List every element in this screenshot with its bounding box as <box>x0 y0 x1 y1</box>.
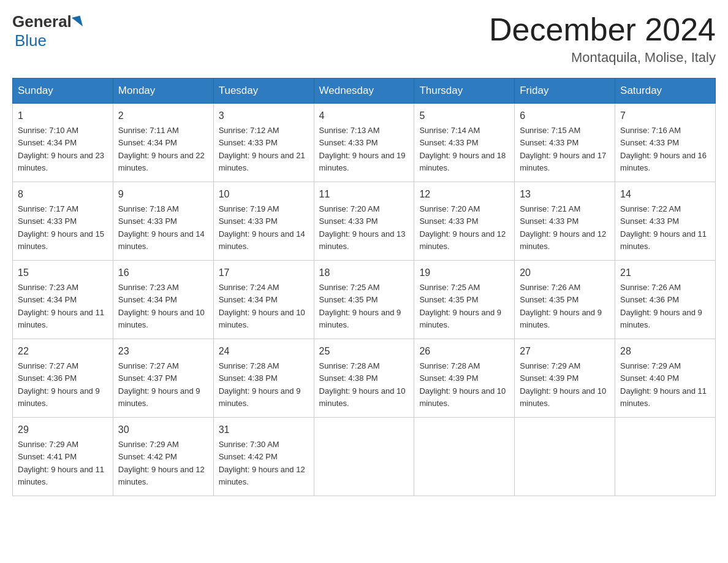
calendar-cell: 27Sunrise: 7:29 AMSunset: 4:39 PMDayligh… <box>515 339 615 418</box>
sunrise-info: Sunrise: 7:29 AM <box>118 440 179 449</box>
sunset-info: Sunset: 4:36 PM <box>18 373 77 383</box>
sunrise-info: Sunrise: 7:16 AM <box>620 126 681 135</box>
day-number: 19 <box>419 266 509 280</box>
daylight-info: Daylight: 9 hours and 12 minutes. <box>118 465 205 486</box>
calendar-cell: 29Sunrise: 7:29 AMSunset: 4:41 PMDayligh… <box>13 418 113 496</box>
daylight-info: Daylight: 9 hours and 10 minutes. <box>219 308 305 329</box>
daylight-info: Daylight: 9 hours and 11 minutes. <box>620 386 707 408</box>
calendar-cell: 13Sunrise: 7:21 AMSunset: 4:33 PMDayligh… <box>515 182 615 261</box>
sunrise-info: Sunrise: 7:25 AM <box>419 283 480 292</box>
daylight-info: Daylight: 9 hours and 14 minutes. <box>118 229 205 251</box>
sunrise-info: Sunrise: 7:27 AM <box>18 361 78 370</box>
sunrise-info: Sunrise: 7:29 AM <box>620 361 681 370</box>
daylight-info: Daylight: 9 hours and 18 minutes. <box>419 151 506 172</box>
daylight-info: Daylight: 9 hours and 22 minutes. <box>118 151 205 172</box>
day-number: 31 <box>219 423 309 437</box>
sunset-info: Sunset: 4:35 PM <box>319 295 378 304</box>
sunset-info: Sunset: 4:35 PM <box>419 295 478 304</box>
sunset-info: Sunset: 4:33 PM <box>520 138 578 147</box>
calendar-cell <box>314 418 414 496</box>
calendar-table: SundayMondayTuesdayWednesdayThursdayFrid… <box>12 78 716 496</box>
calendar-week-row: 29Sunrise: 7:29 AMSunset: 4:41 PMDayligh… <box>13 418 716 496</box>
sunrise-info: Sunrise: 7:15 AM <box>520 126 580 135</box>
calendar-cell: 25Sunrise: 7:28 AMSunset: 4:38 PMDayligh… <box>314 339 414 418</box>
daylight-info: Daylight: 9 hours and 14 minutes. <box>219 229 305 251</box>
weekday-header-friday: Friday <box>515 79 615 104</box>
day-number: 26 <box>419 344 509 359</box>
weekday-header-sunday: Sunday <box>13 79 113 104</box>
calendar-cell: 10Sunrise: 7:19 AMSunset: 4:33 PMDayligh… <box>213 182 314 261</box>
title-area: December 2024 Montaquila, Molise, Italy <box>489 12 716 66</box>
day-number: 4 <box>319 109 409 123</box>
daylight-info: Daylight: 9 hours and 9 minutes. <box>18 386 100 408</box>
day-number: 5 <box>419 109 509 123</box>
sunrise-info: Sunrise: 7:28 AM <box>419 361 480 370</box>
sunset-info: Sunset: 4:39 PM <box>520 373 578 383</box>
calendar-cell: 5Sunrise: 7:14 AMSunset: 4:33 PMDaylight… <box>414 104 515 182</box>
calendar-cell: 16Sunrise: 7:23 AMSunset: 4:34 PMDayligh… <box>113 261 213 339</box>
sunrise-info: Sunrise: 7:21 AM <box>520 204 580 213</box>
calendar-cell: 15Sunrise: 7:23 AMSunset: 4:34 PMDayligh… <box>13 261 113 339</box>
calendar-cell: 18Sunrise: 7:25 AMSunset: 4:35 PMDayligh… <box>314 261 414 339</box>
day-number: 28 <box>620 344 710 359</box>
sunrise-info: Sunrise: 7:11 AM <box>118 126 179 135</box>
sunset-info: Sunset: 4:42 PM <box>219 452 278 461</box>
daylight-info: Daylight: 9 hours and 10 minutes. <box>520 386 606 408</box>
day-number: 21 <box>620 266 710 280</box>
logo: General Blue <box>12 12 83 50</box>
calendar-cell <box>515 418 615 496</box>
day-number: 1 <box>18 109 108 123</box>
sunrise-info: Sunrise: 7:19 AM <box>219 204 279 213</box>
sunset-info: Sunset: 4:33 PM <box>520 216 578 226</box>
sunset-info: Sunset: 4:39 PM <box>419 373 478 383</box>
day-number: 6 <box>520 109 610 123</box>
sunset-info: Sunset: 4:33 PM <box>319 138 378 147</box>
daylight-info: Daylight: 9 hours and 9 minutes. <box>118 386 200 408</box>
day-number: 8 <box>18 187 108 202</box>
daylight-info: Daylight: 9 hours and 15 minutes. <box>18 229 104 251</box>
sunrise-info: Sunrise: 7:20 AM <box>419 204 480 213</box>
logo-general-text: General <box>12 12 72 31</box>
day-number: 25 <box>319 344 409 359</box>
day-number: 24 <box>219 344 309 359</box>
daylight-info: Daylight: 9 hours and 17 minutes. <box>520 151 606 172</box>
sunrise-info: Sunrise: 7:23 AM <box>18 283 78 292</box>
sunset-info: Sunset: 4:33 PM <box>219 138 278 147</box>
calendar-cell: 31Sunrise: 7:30 AMSunset: 4:42 PMDayligh… <box>213 418 314 496</box>
month-year-title: December 2024 <box>489 12 716 47</box>
calendar-week-row: 8Sunrise: 7:17 AMSunset: 4:33 PMDaylight… <box>13 182 716 261</box>
calendar-cell: 1Sunrise: 7:10 AMSunset: 4:34 PMDaylight… <box>13 104 113 182</box>
daylight-info: Daylight: 9 hours and 10 minutes. <box>118 308 205 329</box>
calendar-cell: 9Sunrise: 7:18 AMSunset: 4:33 PMDaylight… <box>113 182 213 261</box>
daylight-info: Daylight: 9 hours and 10 minutes. <box>319 386 406 408</box>
daylight-info: Daylight: 9 hours and 12 minutes. <box>419 229 506 251</box>
sunrise-info: Sunrise: 7:20 AM <box>319 204 380 213</box>
sunrise-info: Sunrise: 7:13 AM <box>319 126 380 135</box>
sunrise-info: Sunrise: 7:25 AM <box>319 283 380 292</box>
day-number: 22 <box>18 344 108 359</box>
daylight-info: Daylight: 9 hours and 13 minutes. <box>319 229 406 251</box>
calendar-cell: 22Sunrise: 7:27 AMSunset: 4:36 PMDayligh… <box>13 339 113 418</box>
sunset-info: Sunset: 4:34 PM <box>118 295 177 304</box>
sunset-info: Sunset: 4:41 PM <box>18 452 77 461</box>
sunset-info: Sunset: 4:33 PM <box>319 216 378 226</box>
sunrise-info: Sunrise: 7:14 AM <box>419 126 480 135</box>
sunrise-info: Sunrise: 7:18 AM <box>118 204 179 213</box>
calendar-week-row: 22Sunrise: 7:27 AMSunset: 4:36 PMDayligh… <box>13 339 716 418</box>
day-number: 18 <box>319 266 409 280</box>
daylight-info: Daylight: 9 hours and 21 minutes. <box>219 151 305 172</box>
day-number: 3 <box>219 109 309 123</box>
sunrise-info: Sunrise: 7:29 AM <box>520 361 580 370</box>
calendar-week-row: 1Sunrise: 7:10 AMSunset: 4:34 PMDaylight… <box>13 104 716 182</box>
calendar-cell: 21Sunrise: 7:26 AMSunset: 4:36 PMDayligh… <box>615 261 716 339</box>
day-number: 13 <box>520 187 610 202</box>
weekday-header-thursday: Thursday <box>414 79 515 104</box>
sunset-info: Sunset: 4:33 PM <box>620 216 679 226</box>
page-header: General Blue December 2024 Montaquila, M… <box>12 12 716 66</box>
calendar-cell: 23Sunrise: 7:27 AMSunset: 4:37 PMDayligh… <box>113 339 213 418</box>
calendar-cell: 3Sunrise: 7:12 AMSunset: 4:33 PMDaylight… <box>213 104 314 182</box>
daylight-info: Daylight: 9 hours and 23 minutes. <box>18 151 104 172</box>
day-number: 30 <box>118 423 208 437</box>
sunset-info: Sunset: 4:34 PM <box>118 138 177 147</box>
sunrise-info: Sunrise: 7:23 AM <box>118 283 179 292</box>
